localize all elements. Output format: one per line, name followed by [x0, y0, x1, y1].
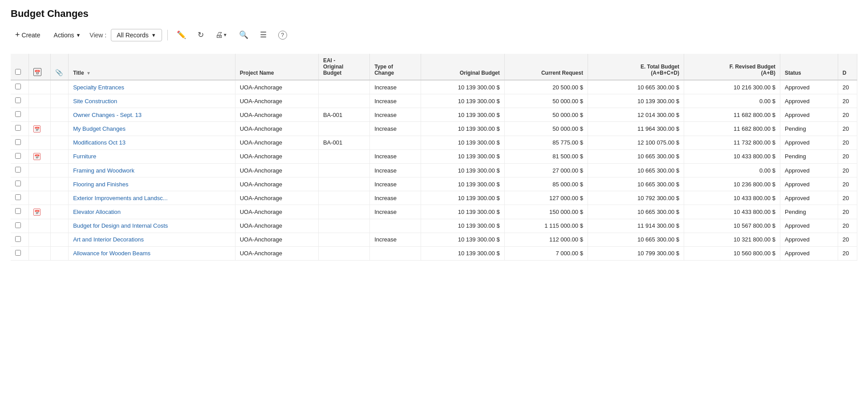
row-type: Increase — [370, 149, 421, 164]
search-button[interactable]: 🔍 — [235, 28, 252, 42]
row-f-revised-budget: 0.00 $ — [684, 94, 780, 108]
row-project: UOA-Anchorage — [235, 149, 318, 164]
row-checkbox-cell[interactable] — [11, 233, 28, 246]
create-button[interactable]: + Create — [11, 28, 45, 42]
select-all-checkbox[interactable] — [15, 69, 21, 75]
row-f-revised-budget: 11 732 800.00 $ — [684, 136, 780, 149]
row-title[interactable]: Allowance for Wooden Beams — [69, 246, 235, 260]
actions-button[interactable]: Actions ▼ — [49, 29, 85, 41]
row-checkbox-cell[interactable] — [11, 219, 28, 233]
row-status: Approved — [780, 80, 838, 94]
row-checkbox-cell[interactable] — [11, 177, 28, 191]
row-title[interactable]: Art and Interior Decorations — [69, 233, 235, 246]
row-current-request: 27 000.00 $ — [504, 164, 588, 177]
table-row: Owner Changes - Sept. 13UOA-AnchorageBA-… — [11, 108, 857, 122]
filter-button[interactable]: ☰ — [256, 28, 270, 42]
row-checkbox[interactable] — [15, 97, 21, 103]
row-type — [370, 219, 421, 233]
row-e-total-budget: 11 914 300.00 $ — [588, 219, 684, 233]
row-checkbox-cell[interactable] — [11, 205, 28, 219]
row-title[interactable]: Site Construction — [69, 94, 235, 108]
row-original-budget: 10 139 300.00 $ — [421, 108, 504, 122]
row-checkbox-cell[interactable] — [11, 246, 28, 260]
row-checkbox[interactable] — [15, 236, 21, 242]
view-label: View : — [89, 32, 106, 39]
help-button[interactable]: ? — [275, 28, 291, 42]
row-title[interactable]: Flooring and Finishes — [69, 177, 235, 191]
th-checkbox[interactable] — [11, 54, 28, 80]
row-title[interactable]: Furniture — [69, 149, 235, 164]
th-status[interactable]: Status — [780, 54, 838, 80]
th-current-request[interactable]: Current Request — [504, 54, 588, 80]
refresh-button[interactable]: ↻ — [194, 28, 207, 42]
toolbar-divider — [167, 30, 168, 40]
row-e-total-budget: 11 964 300.00 $ — [588, 122, 684, 136]
row-checkbox[interactable] — [15, 250, 21, 256]
row-du: 20 — [838, 122, 857, 136]
row-type — [370, 246, 421, 260]
calendar-icon: 📅 — [33, 209, 41, 216]
row-checkbox[interactable] — [15, 153, 21, 159]
row-checkbox[interactable] — [15, 111, 21, 117]
chevron-down-icon: ▼ — [151, 32, 156, 38]
th-f-revised-budget[interactable]: F. Revised Budget(A+B) — [684, 54, 780, 80]
edit-button[interactable]: ✏️ — [173, 28, 190, 42]
row-original-budget: 10 139 300.00 $ — [421, 94, 504, 108]
row-checkbox[interactable] — [15, 125, 21, 131]
th-attachment: 📎 — [50, 54, 68, 80]
row-checkbox-cell[interactable] — [11, 164, 28, 177]
row-type: Increase — [370, 122, 421, 136]
view-select-button[interactable]: All Records ▼ — [111, 29, 162, 41]
row-f-revised-budget: 10 216 300.00 $ — [684, 80, 780, 94]
row-original-budget: 10 139 300.00 $ — [421, 205, 504, 219]
row-title[interactable]: Specialty Entrances — [69, 80, 235, 94]
row-attachment-cell — [50, 136, 68, 149]
th-eai[interactable]: EAI -OriginalBudget — [318, 54, 369, 80]
row-title[interactable]: My Budget Changes — [69, 122, 235, 136]
row-title[interactable]: Elevator Allocation — [69, 205, 235, 219]
row-checkbox[interactable] — [15, 84, 21, 89]
row-checkbox-cell[interactable] — [11, 108, 28, 122]
row-attachment-cell — [50, 80, 68, 94]
row-checkbox-cell[interactable] — [11, 94, 28, 108]
row-checkbox-cell[interactable] — [11, 191, 28, 205]
row-title[interactable]: Exterior Improvements and Landsc... — [69, 191, 235, 205]
row-title[interactable]: Framing and Woodwork — [69, 164, 235, 177]
row-title[interactable]: Budget for Design and Internal Costs — [69, 219, 235, 233]
row-title[interactable]: Modifications Oct 13 — [69, 136, 235, 149]
row-calendar-cell: 📅 — [28, 122, 50, 136]
row-attachment-cell — [50, 205, 68, 219]
row-checkbox[interactable] — [15, 139, 21, 145]
row-checkbox[interactable] — [15, 194, 21, 200]
row-attachment-cell — [50, 177, 68, 191]
print-button[interactable]: 🖨 ▼ — [212, 28, 231, 42]
th-e-total-budget[interactable]: E. Total Budget(A+B+C+D) — [588, 54, 684, 80]
row-checkbox[interactable] — [15, 222, 21, 228]
row-current-request: 112 000.00 $ — [504, 233, 588, 246]
row-type: Increase — [370, 94, 421, 108]
row-project: UOA-Anchorage — [235, 136, 318, 149]
row-eai — [318, 219, 369, 233]
filter-icon: ☰ — [260, 30, 267, 40]
row-checkbox[interactable] — [15, 208, 21, 214]
sort-icon: ▼ — [86, 71, 91, 76]
th-title[interactable]: Title ▼ — [69, 54, 235, 80]
row-du: 20 — [838, 80, 857, 94]
th-du[interactable]: D — [838, 54, 857, 80]
th-original-budget[interactable]: Original Budget — [421, 54, 504, 80]
row-checkbox[interactable] — [15, 167, 21, 173]
row-original-budget: 10 139 300.00 $ — [421, 191, 504, 205]
row-checkbox-cell[interactable] — [11, 122, 28, 136]
row-checkbox-cell[interactable] — [11, 149, 28, 164]
row-du: 20 — [838, 94, 857, 108]
row-original-budget: 10 139 300.00 $ — [421, 177, 504, 191]
row-current-request: 20 500.00 $ — [504, 80, 588, 94]
row-checkbox-cell[interactable] — [11, 136, 28, 149]
row-status: Approved — [780, 219, 838, 233]
th-project[interactable]: Project Name — [235, 54, 318, 80]
row-checkbox-cell[interactable] — [11, 80, 28, 94]
row-title[interactable]: Owner Changes - Sept. 13 — [69, 108, 235, 122]
th-type[interactable]: Type ofChange — [370, 54, 421, 80]
row-attachment-cell — [50, 122, 68, 136]
row-checkbox[interactable] — [15, 181, 21, 186]
